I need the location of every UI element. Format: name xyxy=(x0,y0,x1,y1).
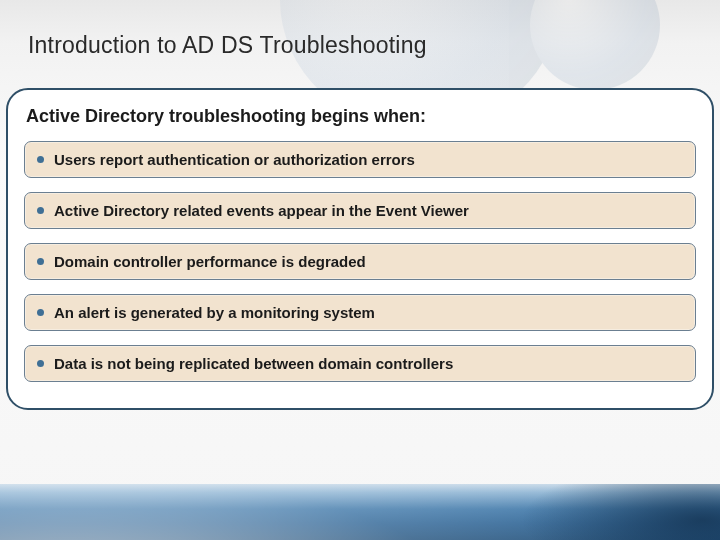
item-list: Users report authentication or authoriza… xyxy=(24,141,696,382)
footer-decoration xyxy=(0,484,720,540)
list-item-text: An alert is generated by a monitoring sy… xyxy=(54,304,375,321)
bullet-icon xyxy=(37,309,44,316)
list-item: An alert is generated by a monitoring sy… xyxy=(24,294,696,331)
list-item: Users report authentication or authoriza… xyxy=(24,141,696,178)
page-title: Introduction to AD DS Troubleshooting xyxy=(28,32,427,59)
bullet-icon xyxy=(37,207,44,214)
bullet-icon xyxy=(37,156,44,163)
list-item-text: Active Directory related events appear i… xyxy=(54,202,469,219)
list-item-text: Users report authentication or authoriza… xyxy=(54,151,415,168)
list-item: Data is not being replicated between dom… xyxy=(24,345,696,382)
list-item: Active Directory related events appear i… xyxy=(24,192,696,229)
bullet-icon xyxy=(37,258,44,265)
list-item-text: Domain controller performance is degrade… xyxy=(54,253,366,270)
list-item-text: Data is not being replicated between dom… xyxy=(54,355,453,372)
panel-heading: Active Directory troubleshooting begins … xyxy=(26,106,694,127)
content-panel: Active Directory troubleshooting begins … xyxy=(6,88,714,410)
bullet-icon xyxy=(37,360,44,367)
list-item: Domain controller performance is degrade… xyxy=(24,243,696,280)
